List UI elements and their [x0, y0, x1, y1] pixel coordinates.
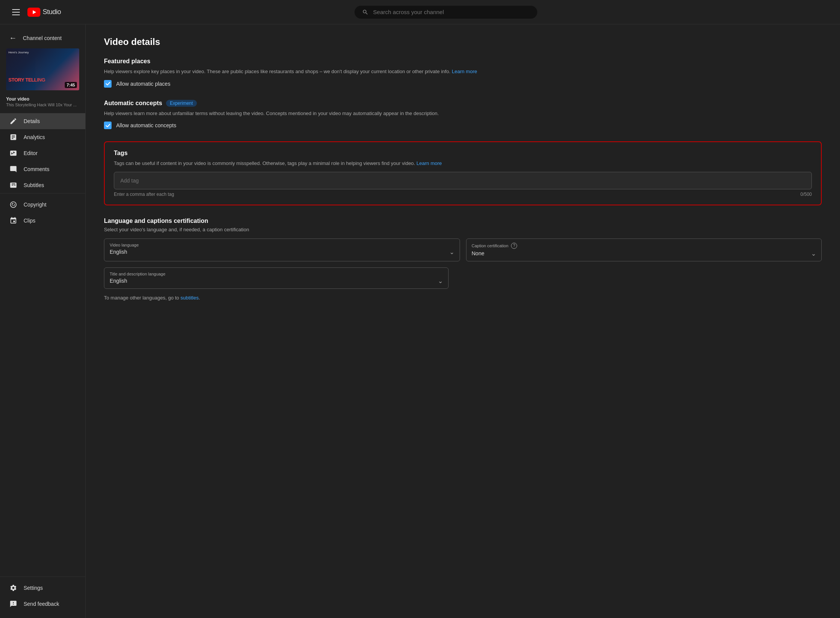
tags-input-wrap[interactable] [114, 172, 812, 189]
sidebar-nav: Details Analytics Editor [0, 113, 85, 576]
language-note: To manage other languages, go to subtitl… [104, 295, 822, 301]
tags-section: Tags Tags can be useful if content in yo… [104, 141, 822, 205]
clips-icon [9, 216, 18, 225]
sidebar-item-analytics[interactable]: Analytics [0, 129, 85, 145]
allow-places-checkbox[interactable] [104, 80, 112, 88]
sidebar-item-subtitles[interactable]: Subtitles [0, 177, 85, 193]
sidebar-item-details[interactable]: Details [0, 113, 85, 129]
sidebar-bottom-nav: Copyright Clips [0, 193, 85, 229]
search-input[interactable] [373, 9, 530, 15]
title-description-language-chevron-down-icon: ⌄ [438, 277, 443, 285]
sidebar-item-subtitles-label: Subtitles [24, 182, 44, 188]
video-language-value: English [110, 249, 127, 255]
title-description-language-dropdown[interactable]: Title and description language English ⌄ [104, 267, 449, 289]
top-dropdowns-row: Video language English ⌄ Caption certifi… [104, 239, 822, 261]
analytics-icon [9, 133, 18, 141]
tags-count: 0/500 [800, 192, 812, 197]
language-captions-desc: Select your video's language and, if nee… [104, 227, 822, 232]
automatic-concepts-title: Automatic concepts [104, 100, 162, 107]
tags-hint: Enter a comma after each tag [114, 192, 174, 197]
main-content: Video details Featured places Help viewe… [86, 24, 840, 618]
sidebar-item-clips-label: Clips [24, 218, 35, 224]
your-video-desc: This Storytelling Hack Will 10x Your ... [6, 102, 79, 107]
studio-label: Studio [43, 8, 61, 16]
title-description-language-label: Title and description language [110, 272, 443, 276]
bottom-dropdowns-row: Title and description language English ⌄ [104, 267, 822, 289]
sidebar-item-comments[interactable]: Comments [0, 161, 85, 177]
title-description-language-value-row: English ⌄ [110, 277, 443, 285]
allow-concepts-label: Allow automatic concepts [116, 122, 176, 128]
sidebar-item-analytics-label: Analytics [24, 134, 45, 140]
sidebar-item-send-feedback[interactable]: Send feedback [0, 596, 85, 612]
video-language-label: Video language [110, 243, 454, 247]
video-thumbnail: Here's Journey Story Telling 7:45 [6, 48, 79, 90]
tags-title: Tags [114, 150, 812, 157]
video-language-value-row: English ⌄ [110, 248, 454, 256]
tags-learn-more-link[interactable]: Learn more [417, 160, 442, 166]
search-input-wrap[interactable] [355, 6, 537, 19]
sidebar-item-settings-label: Settings [24, 585, 43, 591]
allow-automatic-concepts-row: Allow automatic concepts [104, 122, 822, 129]
settings-icon [9, 584, 18, 592]
sidebar-item-copyright-label: Copyright [24, 202, 46, 208]
back-to-channel-content[interactable]: ← Channel content [0, 30, 85, 48]
experiment-badge: Experiment [166, 100, 197, 107]
sidebar-item-settings[interactable]: Settings [0, 580, 85, 596]
sidebar-item-comments-label: Comments [24, 166, 50, 172]
details-icon [9, 117, 18, 125]
sidebar-item-clips[interactable]: Clips [0, 213, 85, 229]
sidebar-item-editor-label: Editor [24, 150, 38, 156]
caption-certification-dropdown[interactable]: Caption certification ? None ⌄ [466, 239, 822, 261]
app-header: Studio [0, 0, 840, 24]
subtitles-link[interactable]: subtitles [180, 295, 199, 301]
logo[interactable]: Studio [27, 8, 61, 17]
featured-places-section: Featured places Help viewers explore key… [104, 58, 822, 88]
caption-certification-label: Caption certification ? [472, 243, 816, 249]
sidebar-item-send-feedback-label: Send feedback [24, 601, 59, 607]
caption-certification-value: None [472, 250, 484, 256]
your-video-label: Your video [6, 96, 79, 102]
back-arrow-icon: ← [9, 34, 17, 42]
automatic-concepts-desc: Help viewers learn more about unfamiliar… [104, 110, 822, 117]
language-captions-title: Language and captions certification [104, 218, 822, 224]
caption-certification-chevron-down-icon: ⌄ [811, 250, 816, 257]
thumbnail-overlay-text: Here's Journey [8, 51, 29, 54]
sidebar: ← Channel content Here's Journey Story T… [0, 24, 86, 618]
featured-places-desc: Help viewers explore key places in your … [104, 68, 822, 75]
main-layout: ← Channel content Here's Journey Story T… [0, 24, 840, 618]
allow-places-label: Allow automatic places [116, 81, 170, 87]
video-language-dropdown[interactable]: Video language English ⌄ [104, 239, 460, 261]
your-video-section: Your video This Storytelling Hack Will 1… [0, 96, 85, 113]
search-bar [61, 6, 831, 19]
tags-desc: Tags can be useful if content in your vi… [114, 160, 812, 167]
hamburger-icon[interactable] [9, 6, 23, 18]
thumbnail-duration: 7:45 [65, 82, 77, 88]
copyright-icon [9, 200, 18, 209]
caption-help-icon: ? [511, 243, 517, 249]
search-icon [362, 9, 369, 16]
featured-places-learn-more-link[interactable]: Learn more [452, 69, 477, 74]
tags-input[interactable] [120, 178, 805, 184]
back-label: Channel content [23, 35, 62, 41]
sidebar-item-editor[interactable]: Editor [0, 145, 85, 161]
featured-places-title: Featured places [104, 58, 822, 65]
language-captions-section: Language and captions certification Sele… [104, 218, 822, 301]
allow-automatic-places-row: Allow automatic places [104, 80, 822, 88]
editor-icon [9, 149, 18, 157]
header-left: Studio [9, 6, 61, 18]
comments-icon [9, 165, 18, 173]
sidebar-item-details-label: Details [24, 118, 40, 124]
youtube-logo-icon [27, 8, 40, 17]
page-title: Video details [104, 37, 822, 47]
sidebar-footer-nav: Settings Send feedback [0, 576, 85, 612]
caption-certification-value-row: None ⌄ [472, 250, 816, 257]
automatic-concepts-section: Automatic concepts Experiment Help viewe… [104, 100, 822, 130]
tags-footer: Enter a comma after each tag 0/500 [114, 192, 812, 197]
send-feedback-icon [9, 600, 18, 608]
title-description-language-value: English [110, 278, 127, 284]
allow-concepts-checkbox[interactable] [104, 122, 112, 129]
sidebar-item-copyright[interactable]: Copyright [0, 197, 85, 213]
video-language-chevron-down-icon: ⌄ [449, 248, 454, 256]
subtitles-icon [9, 181, 18, 189]
